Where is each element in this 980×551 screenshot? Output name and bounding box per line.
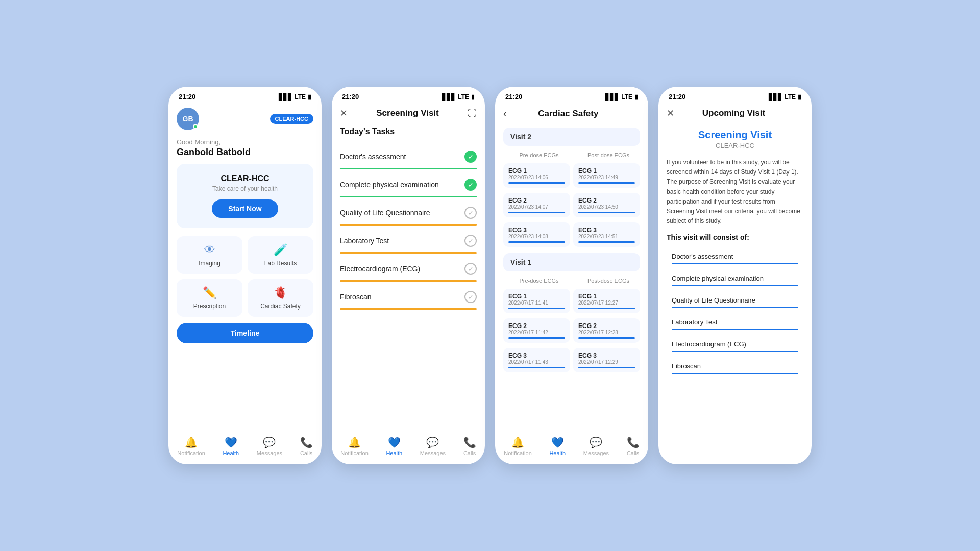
pre-dose-header-v2: Pre-dose ECGs (503, 152, 571, 158)
close-icon-4[interactable]: ✕ (667, 108, 674, 119)
task-divider-1 (340, 168, 477, 169)
consist-item-3: Quality of Life Questionnaire (667, 290, 803, 312)
task-label-6: Fibroscan (340, 293, 371, 301)
lab-results-card[interactable]: 🧪 Lab Results (248, 236, 313, 274)
consist-item-2: Complete physical examination (667, 268, 803, 290)
phone-screen-2: 21:20 ▋▋▋ LTE ▮ ✕ Screening Visit ⛶ Toda… (332, 87, 485, 464)
battery-icon-3: ▮ (634, 93, 638, 101)
battery-icon-1: ▮ (308, 93, 311, 101)
nav-notification-3[interactable]: 🔔 Notification (504, 436, 531, 456)
visit1-label: Visit 1 (510, 258, 531, 266)
ecg-v2-post-2[interactable]: ECG 2 2022/07/23 14:50 (573, 193, 640, 217)
screen4-content: ✕ Upcoming Visit Screening Visit CLEAR-H… (658, 104, 812, 464)
phone-screen-1: 21:20 ▋▋▋ LTE ▮ GB CLEAR-HCC Good Mornin… (168, 87, 322, 464)
screen1-content: GB CLEAR-HCC Good Morning, Ganbold Batbo… (168, 104, 322, 431)
signal-icon-2: ▋▋▋ (442, 93, 456, 101)
phone-screen-4: 21:20 ▋▋▋ LTE ▮ ✕ Upcoming Visit Screeni… (658, 87, 812, 464)
brand-badge[interactable]: CLEAR-HCC (270, 114, 313, 124)
screen4-title: Upcoming Visit (702, 108, 765, 118)
start-now-button[interactable]: Start Now (212, 199, 278, 218)
timeline-button[interactable]: Timeline (177, 323, 313, 343)
card-subtitle: Take care of your health (187, 185, 303, 192)
nav-notification-1[interactable]: 🔔 Notification (177, 436, 205, 456)
ecg-v2-pre-1[interactable]: ECG 1 2022/07/23 14:06 (503, 163, 570, 188)
nav-calls-2[interactable]: 📞 Calls (463, 436, 476, 456)
ecg-v2-post-3[interactable]: ECG 3 2022/07/23 14:51 (573, 222, 640, 247)
task-check-6: ✓ (464, 291, 477, 303)
task-item-4[interactable]: Laboratory Test ✓ (340, 228, 477, 252)
network-3: LTE (621, 93, 632, 101)
nav-health-1[interactable]: 💙 Health (223, 436, 239, 456)
ecg-pair-v2-1: ECG 1 2022/07/23 14:06 ECG 1 2022/07/23 … (503, 163, 640, 190)
lab-results-label: Lab Results (255, 260, 306, 267)
screen3-header: ‹ Cardiac Safety (503, 104, 640, 128)
messages-icon-3: 💬 (590, 436, 602, 448)
ecg-v2-post-1[interactable]: ECG 1 2022/07/23 14:49 (573, 163, 640, 188)
greeting-text: Good Morning, (177, 136, 313, 147)
close-icon-2[interactable]: ✕ (340, 108, 348, 119)
ecg-col-headers-v2: Pre-dose ECGs Post-dose ECGs (503, 152, 640, 160)
visit2-header: Visit 2 (503, 128, 640, 146)
nav-calls-1[interactable]: 📞 Calls (300, 436, 313, 456)
ecg-v1-post-1[interactable]: ECG 1 2022/07/17 12:27 (573, 289, 640, 313)
ecg-v1-post-2[interactable]: ECG 2 2022/07/17 12:28 (573, 318, 640, 343)
nav-messages-2[interactable]: 💬 Messages (420, 436, 446, 456)
time-3: 21:20 (505, 93, 522, 101)
nav-notification-2[interactable]: 🔔 Notification (340, 436, 368, 456)
task-divider-4 (340, 252, 477, 254)
screens-container: 21:20 ▋▋▋ LTE ▮ GB CLEAR-HCC Good Mornin… (148, 66, 832, 485)
status-right-1: ▋▋▋ LTE ▮ (279, 93, 311, 101)
task-check-1: ✓ (464, 151, 477, 163)
consist-item-6: Fibroscan (667, 356, 803, 378)
nav-health-3[interactable]: 💙 Health (549, 436, 566, 456)
health-icon-3: 💙 (551, 436, 564, 448)
nav-messages-3[interactable]: 💬 Messages (583, 436, 609, 456)
visit2-label: Visit 2 (510, 133, 531, 141)
nav-messages-label-3: Messages (583, 450, 609, 456)
task-item-6[interactable]: Fibroscan ✓ (340, 284, 477, 308)
notification-icon-2: 🔔 (348, 436, 361, 448)
nav-calls-3[interactable]: 📞 Calls (627, 436, 640, 456)
cardiac-safety-icon: 🫀 (255, 286, 306, 299)
ecg-pair-v1-3: ECG 3 2022/07/17 11:43 ECG 3 2022/07/17 … (503, 348, 640, 374)
nav-calls-label-1: Calls (300, 450, 312, 456)
task-check-5: ✓ (464, 263, 477, 275)
consist-item-1: Doctor's assessment (667, 246, 803, 268)
expand-icon-2[interactable]: ⛶ (468, 108, 477, 119)
signal-icon-1: ▋▋▋ (279, 93, 292, 101)
nav-notification-label-3: Notification (504, 450, 531, 456)
consist-item-4: Laboratory Test (667, 312, 803, 334)
task-item-3[interactable]: Quality of Life Questionnaire ✓ (340, 199, 477, 224)
prescription-label: Prescription (184, 303, 235, 310)
nav-calls-label-3: Calls (627, 450, 639, 456)
post-dose-header-v1: Post-dose ECGs (573, 278, 640, 284)
imaging-card[interactable]: 👁 Imaging (177, 236, 242, 274)
network-4: LTE (785, 93, 796, 101)
status-right-2: ▋▋▋ LTE ▮ (442, 93, 475, 101)
tasks-section-title: Today's Tasks (340, 127, 477, 136)
ecg-v2-pre-2[interactable]: ECG 2 2022/07/23 14:07 (503, 193, 570, 217)
nav-health-2[interactable]: 💙 Health (386, 436, 402, 456)
status-right-4: ▋▋▋ LTE ▮ (769, 93, 801, 101)
task-item-5[interactable]: Electrocardiogram (ECG) ✓ (340, 256, 477, 280)
cardiac-safety-card[interactable]: 🫀 Cardiac Safety (248, 279, 313, 317)
back-button-3[interactable]: ‹ (503, 108, 507, 119)
ecg-v1-post-3[interactable]: ECG 3 2022/07/17 12:29 (573, 348, 640, 372)
upcoming-visit-title: Screening Visit (667, 129, 803, 141)
task-divider-2 (340, 196, 477, 197)
ecg-v2-pre-3[interactable]: ECG 3 2022/07/23 14:08 (503, 222, 570, 247)
task-check-4: ✓ (464, 235, 477, 247)
task-item-1[interactable]: Doctor's assessment ✓ (340, 143, 477, 168)
task-item-2[interactable]: Complete physical examination ✓ (340, 171, 477, 196)
status-bar-3: 21:20 ▋▋▋ LTE ▮ (495, 87, 648, 104)
post-dose-header-v2: Post-dose ECGs (573, 152, 640, 158)
ecg-v1-pre-3[interactable]: ECG 3 2022/07/17 11:43 (503, 348, 570, 372)
prescription-card[interactable]: ✏️ Prescription (177, 279, 242, 317)
ecg-v1-pre-1[interactable]: ECG 1 2022/07/17 11:41 (503, 289, 570, 313)
nav-messages-1[interactable]: 💬 Messages (257, 436, 282, 456)
screen2-title: Screening Visit (376, 108, 439, 118)
bottom-nav-3: 🔔 Notification 💙 Health 💬 Messages 📞 Cal… (495, 431, 648, 464)
ecg-v1-pre-2[interactable]: ECG 2 2022/07/17 11:42 (503, 318, 570, 343)
profile-section: GB CLEAR-HCC (177, 104, 313, 136)
status-right-3: ▋▋▋ LTE ▮ (605, 93, 638, 101)
